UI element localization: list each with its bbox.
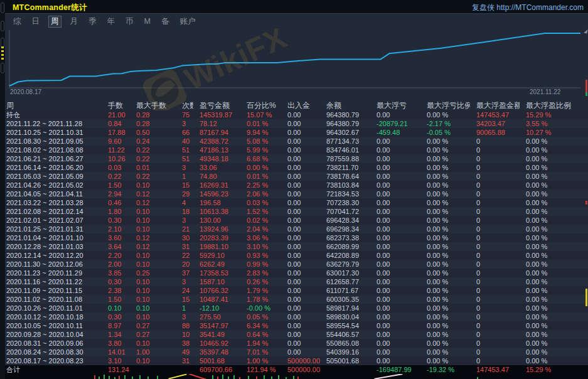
cell: 0.00	[281, 339, 320, 348]
col-header-7[interactable]: 余额	[320, 101, 370, 110]
table-row[interactable]: 2021.04.05 ~ 2021.04.112.940.122914596.2…	[0, 190, 588, 198]
col-header-10[interactable]: 最大浮盈金额	[470, 101, 520, 110]
cell: 3.64	[102, 242, 130, 251]
balance-line	[9, 33, 580, 86]
table-row[interactable]: 2021.11.22 ~ 2021.11.280.840.28378.120.0…	[0, 119, 588, 128]
menu-item-yue[interactable]: 月	[68, 16, 80, 28]
table-row[interactable]: 2020.08.17 ~ 2020.08.233.100.10315001.68…	[0, 356, 588, 365]
cell: 0	[470, 330, 520, 339]
total-row[interactable]: 合计131.24609700.66121.94 %500000.00-16948…	[0, 365, 588, 374]
col-header-4[interactable]: 盈亏金额	[193, 101, 240, 110]
cell: 682373.38	[320, 233, 370, 242]
cell: 10766.32	[193, 286, 240, 295]
cell: 0	[470, 339, 520, 348]
cell: 0.00	[370, 198, 420, 207]
cell: 1587.10	[193, 277, 240, 286]
table-row[interactable]: 2021.01.25 ~ 2021.01.312.100.102113924.9…	[0, 225, 588, 233]
table-row[interactable]: 2021.04.26 ~ 2021.05.021.500.101516269.3…	[0, 181, 588, 190]
cell: 1.52 %	[240, 207, 281, 216]
cell: 0.00 %	[420, 339, 470, 348]
menu-item-ji[interactable]: 季	[87, 16, 99, 28]
cell: 0.00 %	[520, 154, 588, 163]
brand-link[interactable]: 复盘侠 http://MTCommander.com	[472, 3, 584, 13]
cell: 0.22	[130, 154, 176, 163]
cell: 0.00	[281, 321, 320, 330]
edge-marker-green	[585, 92, 587, 96]
cell: 1.50	[102, 181, 130, 190]
table-row[interactable]: 2021.10.25 ~ 2021.10.3117.880.506687167.…	[0, 128, 588, 137]
cell: 87167.94	[193, 128, 240, 137]
col-header-0[interactable]: 周	[0, 101, 102, 110]
col-header-8[interactable]: 最大浮亏	[370, 101, 420, 110]
dock-marker	[1, 54, 4, 56]
table-row[interactable]: 2021.05.03 ~ 2021.05.090.220.22174.800.0…	[0, 172, 588, 181]
table-row[interactable]: 2021.08.30 ~ 2021.09.059.600.244042388.7…	[0, 137, 588, 146]
cell: 49	[176, 348, 193, 356]
menu-item-bi[interactable]: 币	[124, 16, 136, 28]
cell: 0.00	[370, 277, 420, 286]
cell: 10487.41	[193, 295, 240, 304]
cell: 0.00 %	[420, 356, 470, 365]
cell: 636279.79	[320, 260, 370, 269]
menu-item-zhanghu[interactable]: 账户	[178, 16, 197, 28]
cell: 0.12	[130, 242, 176, 251]
table-row[interactable]: 2020.09.28 ~ 2020.10.041.340.27103541.49…	[0, 330, 588, 339]
col-header-3[interactable]: 次数	[176, 101, 193, 110]
cell: 1	[176, 304, 193, 312]
edge-marker-red	[585, 201, 587, 205]
table-row[interactable]: 2021.02.08 ~ 2021.02.141.800.101810613.3…	[0, 207, 588, 216]
table-row[interactable]: 2020.10.12 ~ 2020.10.180.300.103275.500.…	[0, 312, 588, 321]
table-row[interactable]: 2021.03.22 ~ 2021.03.280.460.124196.580.…	[0, 198, 588, 207]
cell: 3.06 %	[240, 233, 281, 242]
cell: 0.00 %	[420, 154, 470, 163]
table-row[interactable]: 2020.08.24 ~ 2020.08.3014.011.004935397.…	[0, 348, 588, 356]
cell: 0.10	[130, 207, 176, 216]
menu-item-ri[interactable]: 日	[30, 16, 42, 28]
table-row[interactable]: 2021.01.04 ~ 2021.01.103.600.123020283.3…	[0, 233, 588, 242]
table-row[interactable]: 2021.06.21 ~ 2021.06.2710.260.225149348.…	[0, 154, 588, 163]
table-row[interactable]: 2020.11.30 ~ 2020.12.062.000.10206262.49…	[0, 260, 588, 269]
table-row[interactable]: 2020.10.26 ~ 2020.11.010.100.101-12.10-0…	[0, 304, 588, 312]
col-header-6[interactable]: 出入金	[281, 101, 320, 110]
table-row[interactable]: 2020.11.23 ~ 2020.11.293.850.253717358.5…	[0, 269, 588, 277]
cell: 0.10	[130, 312, 176, 321]
cell: 1.00	[130, 348, 176, 356]
table-row[interactable]: 2020.11.02 ~ 2020.11.081.500.101510487.4…	[0, 295, 588, 304]
cell: 31	[176, 242, 193, 251]
dock-slot-icon	[1, 21, 4, 31]
cell: 0.00	[281, 286, 320, 295]
cell: 0.00	[370, 356, 420, 365]
col-header-2[interactable]: 最大手数	[130, 101, 176, 110]
table-row[interactable]: 2020.11.09 ~ 2020.11.152.380.102410766.3…	[0, 286, 588, 295]
cell: 8.97	[102, 321, 130, 330]
menu-item-nian[interactable]: 年	[105, 16, 117, 28]
table-row[interactable]: 2020.12.28 ~ 2021.01.033.640.123119881.1…	[0, 242, 588, 251]
table-row[interactable]: 2020.11.16 ~ 2020.11.220.300.1031587.100…	[0, 277, 588, 286]
cell: 3541.49	[193, 330, 240, 339]
cell: 22	[176, 251, 193, 260]
table-row[interactable]: 2020.10.05 ~ 2020.10.118.970.278835147.9…	[0, 321, 588, 330]
table-row[interactable]: 2021.02.01 ~ 2021.02.070.300.103130.000.…	[0, 216, 588, 225]
cell: 75	[176, 110, 193, 119]
cell: 5929.10	[193, 251, 240, 260]
cell: 21.00	[102, 110, 130, 119]
menu-item-m[interactable]: M	[142, 16, 152, 26]
table-row[interactable]: 2021.06.14 ~ 2021.06.200.030.01333.060.0…	[0, 163, 588, 172]
cell: 0.30	[102, 312, 130, 321]
col-header-11[interactable]: 最大浮盈比例	[520, 101, 588, 110]
menu-item-zhou[interactable]: 周	[48, 16, 61, 28]
table-row[interactable]: 2020.12.14 ~ 2020.12.202.200.10225929.10…	[0, 251, 588, 260]
col-header-5[interactable]: 百分比%	[240, 101, 281, 110]
col-header-1[interactable]: 手数	[102, 101, 130, 110]
col-header-9[interactable]: 最大浮亏比例	[420, 101, 470, 110]
cell: 721834.53	[320, 190, 370, 198]
menu-item-zong[interactable]: 综	[11, 16, 23, 28]
cell: 0.22	[130, 146, 176, 154]
menu-item-bei[interactable]: 备	[159, 16, 171, 28]
cell: 6.34 %	[240, 321, 281, 330]
cell: 0.00 %	[420, 216, 470, 225]
table-row[interactable]: 持仓21.000.2875145319.8715.07 %0.00964380.…	[0, 110, 588, 119]
table-row[interactable]: 2020.08.31 ~ 2020.09.063.800.103810465.9…	[0, 339, 588, 348]
table-row[interactable]: 2021.08.02 ~ 2021.08.0811.220.225147186.…	[0, 146, 588, 154]
cell: 0.00 %	[520, 312, 588, 321]
